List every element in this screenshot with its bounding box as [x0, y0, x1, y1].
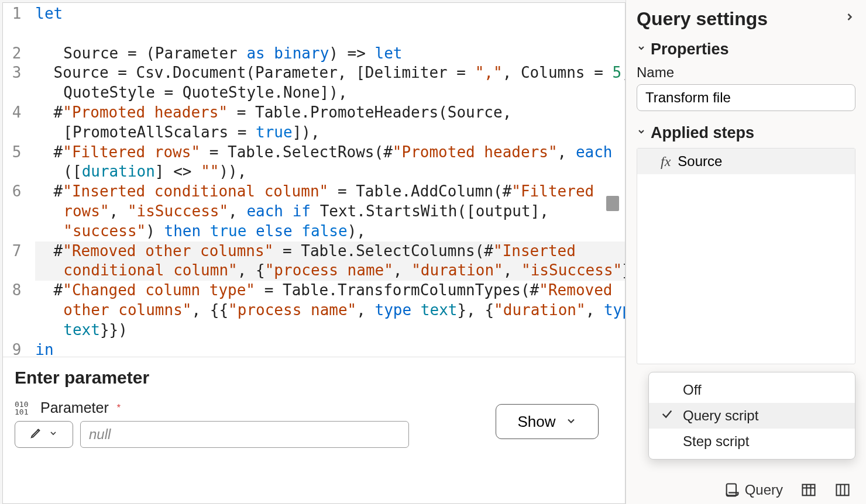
properties-section-header[interactable]: Properties	[637, 40, 855, 58]
columns-icon	[834, 482, 851, 498]
query-settings-panel: Query settings Properties Name Applied s…	[626, 0, 866, 504]
view-toolbar: Query	[719, 478, 855, 502]
code-editor[interactable]: 12345678910 letSource = (Parameter as bi…	[3, 3, 625, 357]
script-mode-menu: OffQuery scriptStep script	[648, 372, 855, 460]
parameter-input[interactable]	[80, 421, 409, 448]
parameter-label: Parameter	[40, 399, 109, 416]
query-view-button[interactable]: Query	[719, 478, 788, 502]
script-menu-item[interactable]: Off	[649, 377, 855, 403]
edit-parameter-button[interactable]	[15, 421, 73, 448]
columns-view-button[interactable]	[830, 478, 855, 502]
table-view-button[interactable]	[796, 478, 822, 502]
pencil-icon	[30, 426, 43, 443]
chevron-down-icon	[49, 429, 58, 440]
collapse-panel-button[interactable]	[844, 9, 855, 29]
line-gutter: 12345678910	[3, 3, 35, 357]
fx-icon: fx	[661, 154, 671, 170]
minimap-handle[interactable]	[606, 196, 619, 211]
query-settings-title: Query settings	[637, 8, 768, 30]
parameter-heading: Enter parameter	[15, 368, 613, 388]
parameter-panel: Enter parameter 010 101 Parameter *	[3, 357, 625, 503]
applied-steps-list: fx Source	[637, 148, 855, 364]
script-menu-item[interactable]: Step script	[649, 429, 855, 454]
editor-pane: 12345678910 letSource = (Parameter as bi…	[2, 2, 626, 504]
table-icon	[800, 482, 817, 498]
binary-type-icon: 010 101	[15, 401, 35, 416]
chevron-down-icon	[637, 43, 646, 56]
query-name-input[interactable]	[637, 84, 855, 111]
check-icon	[661, 408, 675, 424]
code-content[interactable]: letSource = (Parameter as binary) => let…	[35, 3, 625, 357]
svg-rect-5	[837, 485, 849, 496]
svg-rect-1	[803, 485, 815, 496]
script-menu-item[interactable]: Query script	[649, 403, 855, 429]
name-field-label: Name	[637, 64, 855, 81]
chevron-down-icon	[565, 413, 577, 431]
required-asterisk: *	[117, 403, 121, 413]
applied-step-item[interactable]: fx Source	[637, 149, 855, 174]
svg-rect-0	[726, 484, 736, 496]
show-button[interactable]: Show	[496, 404, 599, 439]
script-icon	[724, 482, 740, 498]
step-label: Source	[678, 153, 722, 170]
chevron-down-icon	[637, 127, 646, 139]
applied-steps-section-header[interactable]: Applied steps	[637, 124, 855, 142]
